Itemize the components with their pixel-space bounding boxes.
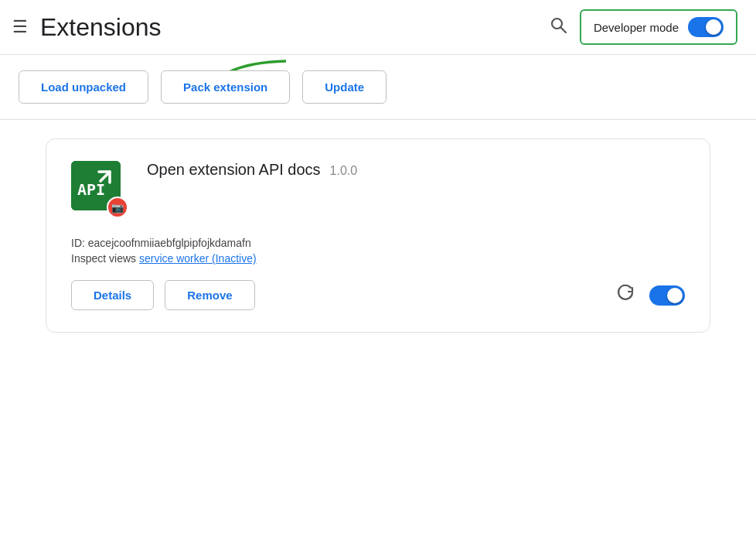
- toolbar-section: Load unpacked Pack extension Update: [0, 55, 756, 119]
- badge-icon: 📷: [111, 202, 124, 214]
- extension-icon-wrapper: API 📷: [71, 161, 125, 215]
- reload-icon[interactable]: [615, 283, 635, 308]
- extension-name: Open extension API docs: [147, 161, 321, 179]
- extension-badge: 📷: [107, 196, 128, 218]
- extension-toggle[interactable]: [649, 285, 685, 306]
- extension-version: 1.0.0: [330, 164, 358, 178]
- pack-extension-button[interactable]: Pack extension: [161, 70, 290, 104]
- svg-text:API: API: [77, 180, 105, 199]
- details-button[interactable]: Details: [71, 280, 154, 310]
- developer-mode-label: Developer mode: [594, 21, 679, 34]
- card-top: API 📷 Open extension API docs 1.0.0: [71, 161, 685, 215]
- header-left: ☰ Extensions: [12, 13, 162, 42]
- update-button[interactable]: Update: [302, 70, 387, 104]
- inspect-label: Inspect views: [71, 252, 136, 265]
- extension-name-row: Open extension API docs 1.0.0: [147, 161, 685, 179]
- service-worker-link[interactable]: service worker (Inactive): [139, 252, 257, 265]
- svg-line-1: [560, 28, 566, 33]
- extension-id: ID: eacejcoofnmiiaebfglpipfojkdamafn: [71, 237, 685, 249]
- extension-info: Open extension API docs 1.0.0: [147, 161, 685, 183]
- card-buttons: Details Remove: [71, 280, 255, 310]
- extension-inspect: Inspect views service worker (Inactive): [71, 252, 685, 265]
- extension-details: ID: eacejcoofnmiiaebfglpipfojkdamafn Ins…: [71, 237, 685, 265]
- hamburger-icon[interactable]: ☰: [12, 19, 28, 36]
- developer-mode-box: Developer mode: [580, 9, 737, 45]
- extension-card: API 📷 Open extension API docs 1.0.0: [46, 138, 710, 333]
- developer-mode-toggle[interactable]: [688, 17, 724, 37]
- header: ☰ Extensions Developer mode: [0, 0, 756, 55]
- toolbar: Load unpacked Pack extension Update: [0, 55, 756, 119]
- page-title: Extensions: [40, 13, 162, 42]
- card-controls: [615, 283, 685, 308]
- search-icon[interactable]: [549, 15, 567, 39]
- load-unpacked-button[interactable]: Load unpacked: [19, 70, 148, 104]
- remove-button[interactable]: Remove: [165, 280, 254, 310]
- header-right: Developer mode: [549, 9, 737, 45]
- main-content: API 📷 Open extension API docs 1.0.0: [0, 138, 756, 333]
- divider: [0, 119, 756, 120]
- card-actions: Details Remove: [71, 280, 685, 310]
